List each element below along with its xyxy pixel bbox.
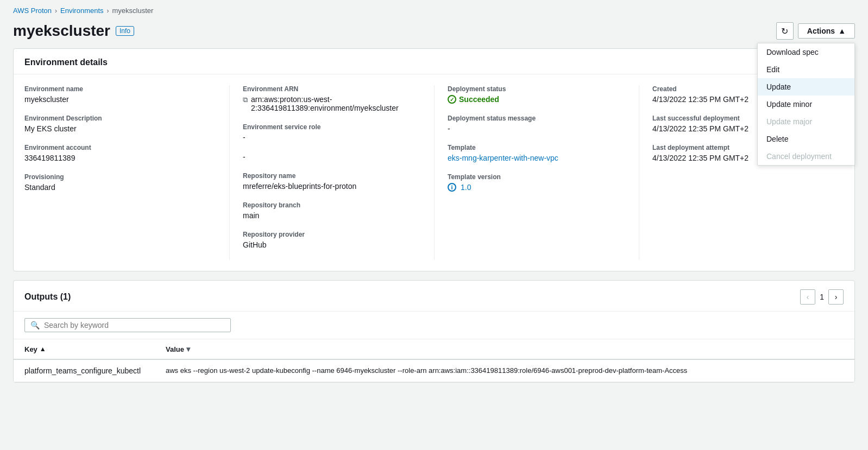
env-account-label: Environment account	[24, 144, 221, 151]
status-text: Succeeded	[459, 95, 499, 104]
environment-details-body: Environment name myekscluster Environmen…	[14, 74, 854, 271]
col-key-header[interactable]: Key ▲	[14, 339, 155, 359]
env-repo-name-label: Repository name	[243, 172, 425, 180]
pagination-prev-button: ‹	[800, 289, 815, 305]
pagination: ‹ 1 ›	[800, 289, 844, 305]
detail-template: Template eks-mng-karpenter-with-new-vpc	[448, 144, 630, 162]
detail-env-service-role2: -	[243, 153, 425, 161]
outputs-table: Key ▲ Value ▾ pl	[14, 339, 854, 382]
env-provisioning-label: Provisioning	[24, 173, 221, 181]
actions-dropdown-container: Actions ▲ Download spec Edit Update Upda…	[798, 23, 855, 39]
env-repo-branch-label: Repository branch	[243, 201, 425, 209]
env-arn-label: Environment ARN	[243, 85, 425, 93]
col-value-header[interactable]: Value ▾	[155, 339, 854, 359]
arn-row: ⧉ arn:aws:proton:us-west-2:336419811389:…	[243, 95, 425, 112]
detail-deployment-msg: Deployment status message -	[448, 115, 630, 133]
deployment-msg-label: Deployment status message	[448, 115, 630, 122]
breadcrumb-current: myekscluster	[112, 7, 154, 15]
env-description-label: Environment Description	[24, 115, 221, 122]
environment-details-title: Environment details	[24, 58, 108, 67]
env-repo-name-value: mreferre/eks-blueprints-for-proton	[243, 182, 425, 191]
breadcrumb: AWS Proton › Environments › myekscluster	[0, 0, 868, 18]
outputs-count: (1)	[60, 292, 71, 301]
env-provisioning-value: Standard	[24, 183, 221, 192]
dropdown-item-delete[interactable]: Delete	[758, 130, 854, 148]
page-header: myekscluster Info ↻ Actions ▲ Download s…	[0, 18, 868, 48]
dropdown-item-update-minor[interactable]: Update minor	[758, 96, 854, 113]
actions-button[interactable]: Actions ▲	[798, 23, 855, 39]
deployment-msg-value: -	[448, 124, 630, 133]
outputs-title-text: Outputs	[24, 292, 58, 301]
search-box: 🔍	[24, 318, 231, 332]
env-service-role-value: -	[243, 133, 425, 142]
search-row: 🔍	[14, 312, 854, 339]
pagination-next-button[interactable]: ›	[828, 289, 844, 305]
detail-env-provisioning: Provisioning Standard	[24, 173, 221, 192]
dropdown-item-edit[interactable]: Edit	[758, 61, 854, 78]
env-repo-provider-label: Repository provider	[243, 231, 425, 238]
env-repo-provider-value: GitHub	[243, 240, 425, 249]
search-icon: 🔍	[30, 321, 40, 329]
details-col-1: Environment name myekscluster Environmen…	[24, 85, 229, 260]
environment-details-header: Environment details	[14, 49, 854, 74]
dropdown-item-update[interactable]: Update	[758, 78, 854, 96]
header-actions: ↻ Actions ▲ Download spec Edit Update Up…	[776, 22, 855, 40]
actions-arrow-icon: ▲	[838, 27, 846, 35]
copy-icon[interactable]: ⧉	[243, 96, 248, 104]
template-version-value[interactable]: 1.0	[461, 183, 471, 192]
template-version-info-icon: i	[448, 183, 456, 192]
deployment-status-label: Deployment status	[448, 85, 630, 93]
detail-env-name: Environment name myekscluster	[24, 85, 221, 104]
info-badge[interactable]: Info	[116, 26, 134, 36]
env-description-value: My EKS cluster	[24, 124, 221, 133]
row-key-cell: platform_teams_configure_kubectl	[14, 359, 155, 382]
outputs-header-row: Outputs (1) ‹ 1 ›	[14, 281, 854, 312]
refresh-button[interactable]: ↻	[776, 22, 794, 40]
template-version-row: i 1.0	[448, 183, 630, 192]
env-service-role-value2: -	[243, 153, 425, 161]
col-value-filter-icon[interactable]: ▾	[186, 345, 190, 353]
env-name-value: myekscluster	[24, 95, 221, 104]
search-input[interactable]	[44, 321, 225, 329]
refresh-icon: ↻	[781, 26, 788, 36]
col-key-label: Key	[24, 345, 37, 353]
table-row: platform_teams_configure_kubectl aws eks…	[14, 359, 854, 382]
env-account-value: 336419811389	[24, 154, 221, 162]
outputs-title: Outputs (1)	[24, 292, 71, 302]
details-grid: Environment name myekscluster Environmen…	[24, 85, 844, 260]
detail-template-version: Template version i 1.0	[448, 173, 630, 192]
breadcrumb-aws-proton[interactable]: AWS Proton	[13, 7, 52, 15]
actions-label: Actions	[807, 27, 835, 35]
detail-deployment-status: Deployment status ✓ Succeeded	[448, 85, 630, 104]
env-repo-branch-value: main	[243, 211, 425, 220]
detail-env-repo-provider: Repository provider GitHub	[243, 231, 425, 249]
template-value[interactable]: eks-mng-karpenter-with-new-vpc	[448, 154, 630, 162]
details-col-2: Environment ARN ⧉ arn:aws:proton:us-west…	[229, 85, 434, 260]
col-key-sort-icon[interactable]: ▲	[40, 345, 46, 353]
detail-env-arn: Environment ARN ⧉ arn:aws:proton:us-west…	[243, 85, 425, 112]
main-content: Environment details Environment name mye…	[0, 48, 868, 383]
row-value-cell: aws eks --region us-west-2 update-kubeco…	[155, 359, 854, 382]
pagination-current: 1	[820, 293, 824, 301]
details-col-3: Deployment status ✓ Succeeded Deployment…	[434, 85, 639, 260]
detail-env-account: Environment account 336419811389	[24, 144, 221, 162]
deployment-status-value: ✓ Succeeded	[448, 95, 630, 104]
detail-env-repo-branch: Repository branch main	[243, 201, 425, 220]
outputs-table-head: Key ▲ Value ▾	[14, 339, 854, 359]
col-value-label: Value	[166, 345, 184, 353]
outputs-table-body: platform_teams_configure_kubectl aws eks…	[14, 359, 854, 382]
dropdown-item-cancel-deployment: Cancel deployment	[758, 148, 854, 165]
dropdown-item-update-major: Update major	[758, 113, 854, 130]
dropdown-item-download-spec[interactable]: Download spec	[758, 43, 854, 61]
env-service-role-label: Environment service role	[243, 123, 425, 131]
breadcrumb-sep-1: ›	[55, 7, 57, 15]
breadcrumb-environments[interactable]: Environments	[60, 7, 103, 15]
page-title-row: myekscluster Info	[13, 22, 134, 40]
outputs-table-header-row: Key ▲ Value ▾	[14, 339, 854, 359]
page-title: myekscluster	[13, 22, 110, 40]
outputs-table-wrap: Key ▲ Value ▾ pl	[14, 339, 854, 382]
detail-env-description: Environment Description My EKS cluster	[24, 115, 221, 133]
template-version-label: Template version	[448, 173, 630, 181]
detail-env-service-role: Environment service role -	[243, 123, 425, 142]
env-arn-value: arn:aws:proton:us-west-2:336419811389:en…	[251, 95, 425, 112]
